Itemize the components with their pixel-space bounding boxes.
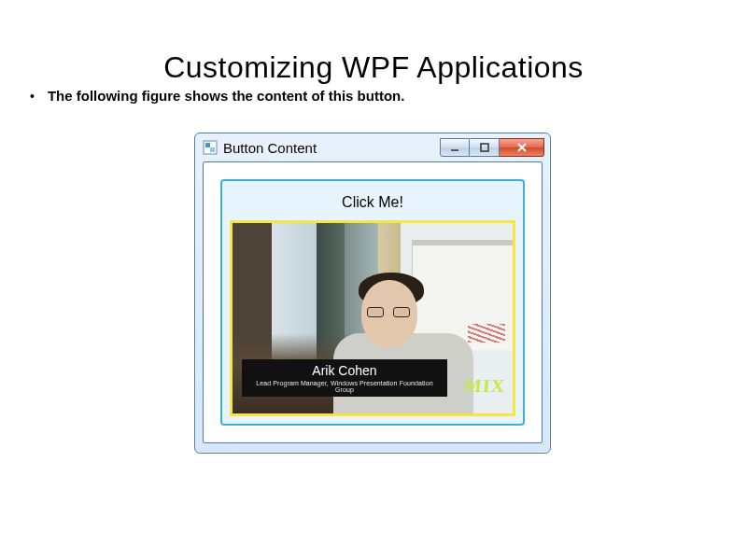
media-caption: Arik Cohen Lead Program Manager, Windows…	[242, 359, 447, 397]
caption-name: Arik Cohen	[312, 363, 376, 378]
window-title: Button Content	[223, 140, 440, 156]
mix-badge: MIX	[463, 375, 507, 397]
minimize-icon	[449, 142, 460, 153]
bullet-marker: •	[30, 87, 35, 105]
caption-role: Lead Program Manager, Windows Presentati…	[247, 380, 442, 393]
close-button[interactable]	[500, 138, 544, 157]
button-label: Click Me!	[230, 189, 515, 220]
svg-rect-2	[210, 147, 215, 152]
app-icon	[203, 140, 218, 155]
content-button[interactable]: Click Me! Arik Cohen Lead Program Manage…	[220, 179, 525, 426]
minimize-button[interactable]	[440, 138, 470, 157]
app-window: Button Content Click Me!	[194, 133, 551, 454]
close-icon	[515, 142, 529, 153]
maximize-button[interactable]	[470, 138, 500, 157]
maximize-icon	[479, 142, 490, 153]
titlebar: Button Content	[195, 133, 550, 161]
svg-rect-4	[481, 144, 488, 151]
bullet-text: The following figure shows the content o…	[48, 87, 404, 105]
svg-rect-1	[205, 143, 210, 147]
window-controls	[440, 138, 544, 157]
bullet-item: • The following figure shows the content…	[0, 85, 747, 105]
glasses-icon	[367, 307, 410, 316]
slide-title: Customizing WPF Applications	[0, 0, 747, 85]
window-client-area: Click Me! Arik Cohen Lead Program Manage…	[203, 161, 543, 443]
button-media: Arik Cohen Lead Program Manager, Windows…	[230, 220, 515, 416]
